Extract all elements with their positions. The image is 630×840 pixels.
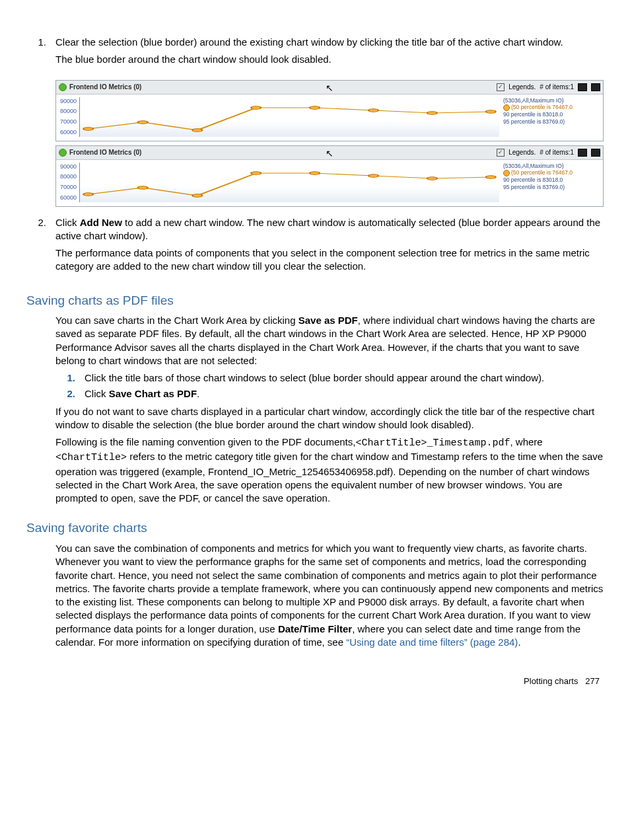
step-1-text: Clear the selection (blue border) around… xyxy=(55,36,604,49)
text: refers to the metric category title give… xyxy=(55,451,603,504)
legends-label: Legends. xyxy=(508,148,536,157)
pdf-step-2: 2. Click Save Chart as PDF. xyxy=(55,387,604,401)
section-heading-favorite: Saving favorite charts xyxy=(26,519,604,537)
page-number: 277 xyxy=(585,676,600,686)
cursor-arrow-icon: ↖ xyxy=(326,82,333,95)
legend-swatch-icon xyxy=(503,104,510,111)
step-1-number: 1. xyxy=(26,36,55,71)
step-2-text2: The performance data points of component… xyxy=(55,247,604,274)
text: Click xyxy=(55,217,80,228)
svg-point-15 xyxy=(486,175,496,178)
chart-legend: (53036,All,Maximum IO) (50 percentile is… xyxy=(499,163,599,202)
chart-legend: (53036,All,Maximum IO) (50 percentile is… xyxy=(499,97,599,137)
chart-title: Frontend IO Metrics (0) xyxy=(69,148,141,157)
svg-point-13 xyxy=(368,174,378,177)
svg-point-10 xyxy=(192,194,202,197)
y-axis-ticks: 90000 80000 70000 60000 xyxy=(60,163,79,202)
save-chart-as-pdf-label: Save Chart as PDF xyxy=(109,388,197,399)
svg-point-8 xyxy=(83,192,93,196)
chart-windows-figure: Frontend IO Metrics (0) ↖ ✓ Legends. # o… xyxy=(55,80,604,207)
cursor-arrow-icon: ↖ xyxy=(326,147,333,160)
page-footer: Plotting charts 277 xyxy=(26,675,604,687)
list-number: 2. xyxy=(55,387,85,401)
svg-point-14 xyxy=(427,176,437,180)
plot-area xyxy=(79,97,499,137)
chart-window: Frontend IO Metrics (0) ↖ ✓ Legends. # o… xyxy=(55,145,604,207)
y-tick: 60000 xyxy=(60,128,77,136)
pdf-step-1: 1. Click the title bars of those chart w… xyxy=(55,371,604,385)
y-tick: 70000 xyxy=(60,183,77,191)
status-ok-icon xyxy=(59,149,67,157)
pdf-p4: Following is the file naming convention … xyxy=(55,436,604,505)
svg-point-6 xyxy=(427,111,437,114)
items-count: # of items:1 xyxy=(540,148,574,157)
status-ok-icon xyxy=(59,83,67,91)
y-tick: 60000 xyxy=(60,194,77,202)
window-close-icon[interactable] xyxy=(591,149,600,157)
pdf-step-2-text: Click Save Chart as PDF. xyxy=(85,387,604,401)
list-number: 1. xyxy=(55,371,85,385)
svg-point-3 xyxy=(251,106,261,109)
step-2-number: 2. xyxy=(26,216,55,278)
window-maximize-icon[interactable] xyxy=(578,149,587,157)
svg-point-7 xyxy=(486,110,496,113)
items-count: # of items:1 xyxy=(540,83,574,92)
legends-checkbox[interactable]: ✓ xyxy=(497,83,505,91)
window-maximize-icon[interactable] xyxy=(578,83,587,91)
svg-point-12 xyxy=(310,171,320,174)
add-new-label: Add New xyxy=(80,217,122,228)
legend-p90: 90 percentile is 83018.0 xyxy=(503,176,599,184)
legend-p95: 95 percentile is 83769.0) xyxy=(503,118,599,126)
text: You can save the combination of componen… xyxy=(55,543,603,634)
svg-point-11 xyxy=(251,171,261,174)
svg-point-1 xyxy=(138,120,148,124)
svg-point-9 xyxy=(138,186,148,189)
svg-point-2 xyxy=(192,128,202,132)
text: to add a new chart window. The new chart… xyxy=(55,217,600,241)
text: You can save charts in the Chart Work Ar… xyxy=(55,315,298,326)
y-tick: 80000 xyxy=(60,172,77,180)
pdf-p1: You can save charts in the Chart Work Ar… xyxy=(55,314,604,367)
y-tick: 90000 xyxy=(60,97,77,105)
legend-p50: (50 percentile is 76467.0 xyxy=(511,169,573,176)
code-charttitle: <ChartTitle> xyxy=(55,452,127,463)
svg-point-0 xyxy=(83,127,93,130)
date-time-filters-link[interactable]: “Using date and time filters” (page 284) xyxy=(346,636,518,648)
chart-title: Frontend IO Metrics (0) xyxy=(69,83,141,92)
date-time-filter-label: Date/Time Filter xyxy=(278,623,352,634)
svg-point-4 xyxy=(310,106,320,109)
y-tick: 80000 xyxy=(60,107,77,115)
legend-series: (53036,All,Maximum IO) xyxy=(503,163,599,170)
text: Click xyxy=(85,388,109,399)
legends-checkbox[interactable]: ✓ xyxy=(497,149,505,157)
chart-window-titlebar[interactable]: Frontend IO Metrics (0) ↖ ✓ Legends. # o… xyxy=(56,81,603,95)
text: . xyxy=(518,636,520,648)
pdf-p3: If you do not want to save charts displa… xyxy=(55,405,604,432)
step-2: 2. Click Add New to add a new chart wind… xyxy=(26,216,604,278)
footer-label: Plotting charts xyxy=(524,676,578,686)
legend-series: (53036,All,Maximum IO) xyxy=(503,97,599,104)
svg-point-5 xyxy=(368,108,378,112)
step-2-text: Click Add New to add a new chart window.… xyxy=(55,216,604,243)
step-1: 1. Clear the selection (blue border) aro… xyxy=(26,36,604,71)
y-tick: 90000 xyxy=(60,163,77,171)
step-1-text2: The blue border around the chart window … xyxy=(55,53,604,66)
pdf-step-1-text: Click the title bars of those chart wind… xyxy=(85,371,604,385)
save-as-pdf-label: Save as PDF xyxy=(298,315,358,326)
y-tick: 70000 xyxy=(60,118,77,126)
text: Following is the file naming convention … xyxy=(55,436,355,447)
window-close-icon[interactable] xyxy=(591,83,600,91)
fav-p1: You can save the combination of componen… xyxy=(55,542,604,649)
chart-window-titlebar[interactable]: Frontend IO Metrics (0) ↖ ✓ Legends. # o… xyxy=(56,146,603,160)
legends-label: Legends. xyxy=(508,83,536,92)
chart-window: Frontend IO Metrics (0) ↖ ✓ Legends. # o… xyxy=(55,80,604,141)
section-heading-pdf: Saving charts as PDF files xyxy=(26,292,604,309)
code-filename-pattern: <ChartTitle>_Timestamp.pdf xyxy=(355,438,510,449)
text: , where xyxy=(510,436,542,447)
legend-p90: 90 percentile is 83018.0 xyxy=(503,111,599,118)
text: . xyxy=(197,388,199,399)
legend-p95: 95 percentile is 83769.0) xyxy=(503,184,599,191)
plot-area xyxy=(79,163,499,202)
legend-p50: (50 percentile is 76467.0 xyxy=(511,104,573,110)
y-axis-ticks: 90000 80000 70000 60000 xyxy=(60,97,79,137)
